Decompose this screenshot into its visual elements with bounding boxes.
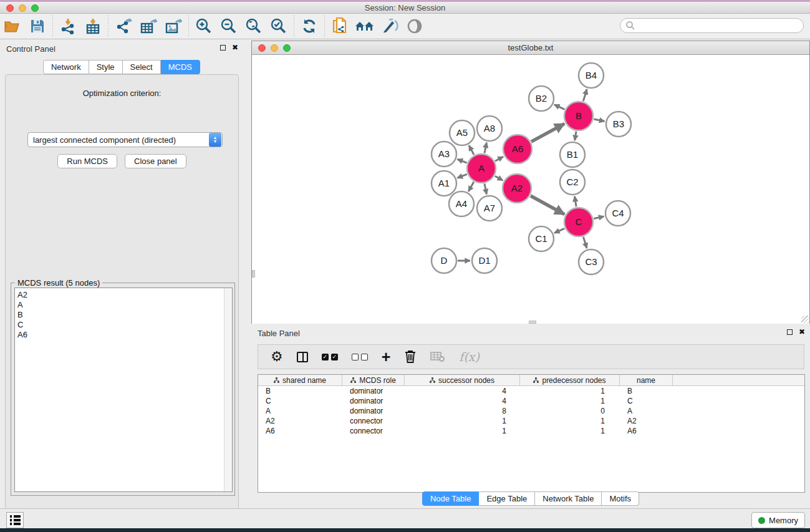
graph-edge-B-B2[interactable] (554, 105, 565, 110)
tab-network[interactable]: Network (43, 60, 89, 74)
graph-edge-B-B4[interactable] (583, 89, 587, 101)
table-row[interactable]: A6connector11A6 (258, 426, 804, 436)
graph-edge-A-A4[interactable] (468, 182, 474, 191)
float-panel-icon[interactable] (787, 329, 793, 335)
close-panel-icon[interactable]: ✖ (799, 329, 805, 335)
table-row[interactable]: Adominator80A (258, 406, 804, 416)
graph-node-label: A5 (456, 127, 468, 138)
column-header[interactable]: shared name (258, 375, 342, 385)
zoom-fit-button[interactable] (241, 15, 266, 37)
graph-edge-C-C3[interactable] (583, 237, 587, 248)
graph-node-label: A3 (438, 148, 450, 159)
graph-edge-A6-B[interactable] (531, 123, 564, 142)
criterion-select[interactable]: largest connected component (directed) ▲… (27, 132, 223, 147)
export-image-button[interactable] (161, 15, 186, 37)
mcds-result-list[interactable]: A2ABCA6 (14, 288, 233, 492)
graph-edge-C-C4[interactable] (594, 216, 604, 219)
show-graphics-eye-button[interactable] (402, 15, 427, 37)
float-panel-icon[interactable] (220, 45, 226, 51)
tab-node-table[interactable]: Node Table (422, 491, 480, 506)
control-panel-title: Control Panel (6, 44, 55, 54)
memory-button[interactable]: Memory (751, 512, 805, 528)
network-canvas[interactable]: AA1A2A3A4A5A6A7A8BB1B2B3B4CC1C2C3C4DD1 (252, 55, 809, 324)
refresh-layout-button[interactable] (297, 15, 322, 37)
table-row[interactable]: Cdominator41C (258, 396, 804, 406)
delete-table-icon (430, 348, 445, 365)
graph-edge-A-A5[interactable] (469, 145, 474, 155)
table-row[interactable]: Bdominator41B (258, 386, 804, 396)
zoom-in-button[interactable] (191, 15, 216, 37)
mcds-result-item[interactable]: B (17, 310, 224, 320)
graph-edge-C-C1[interactable] (554, 228, 564, 233)
graph-edge-A-A8[interactable] (485, 143, 486, 153)
mcds-result-item[interactable]: A2 (17, 290, 224, 300)
tab-style[interactable]: Style (89, 60, 123, 74)
graph-node-label: A4 (456, 198, 467, 209)
optimization-criterion-label: Optimization criterion: (6, 89, 238, 98)
tab-select[interactable]: Select (123, 60, 161, 74)
table-options-gear-icon[interactable]: ⚙ (271, 348, 283, 365)
clone-network-button[interactable] (327, 15, 352, 37)
graph-node-label: C4 (612, 208, 624, 218)
status-bar: Memory (0, 508, 810, 528)
export-network-button[interactable] (111, 15, 136, 37)
zoom-out-icon (220, 17, 238, 35)
mcds-tab-pane: Optimization criterion: largest connecte… (5, 74, 239, 532)
run-mcds-button[interactable]: Run MCDS (57, 154, 117, 168)
network-window: testGlobe.txt AA1A2A3A4A5A6A7A8BB1B2B3B4… (251, 41, 810, 324)
open-session-button[interactable] (0, 15, 25, 37)
main-window-titlebar: Session: New Session (0, 2, 810, 14)
network-resize-grip[interactable] (801, 316, 809, 323)
import-table-button[interactable] (80, 15, 105, 37)
save-floppy-icon (30, 19, 45, 34)
zoom-out-button[interactable] (216, 15, 241, 37)
tab-network-table[interactable]: Network Table (535, 491, 602, 506)
delete-column-trash-icon[interactable] (404, 348, 417, 365)
graph-edge-A-A7[interactable] (485, 183, 486, 194)
graph-edge-A-A2[interactable] (495, 176, 503, 180)
close-panel-icon[interactable]: ✖ (232, 44, 238, 51)
select-stepper-icon: ▲▼ (209, 133, 221, 147)
graph-edge-B-B1[interactable] (575, 132, 576, 141)
graph-edge-A-A6[interactable] (495, 157, 503, 161)
graph-edge-A-A3[interactable] (457, 159, 466, 163)
graph-node-label: C (576, 216, 582, 227)
column-header[interactable]: name (620, 375, 673, 385)
graph-edge-A-A1[interactable] (457, 174, 466, 178)
tab-edge-table[interactable]: Edge Table (479, 491, 535, 506)
column-header[interactable]: MCDS role (342, 375, 405, 385)
home-layout-button[interactable] (352, 15, 377, 37)
export-network-icon (115, 18, 132, 34)
graph-edge-B-B3[interactable] (594, 119, 604, 121)
deselect-all-columns-icon[interactable] (352, 348, 368, 365)
mcds-list-scrollbar[interactable] (224, 288, 232, 491)
import-network-button[interactable] (55, 15, 80, 37)
network-vscroll-thumb[interactable] (252, 270, 255, 278)
select-all-columns-icon[interactable]: ✓✓ (322, 348, 338, 365)
hide-graphics-details-button[interactable] (377, 15, 402, 37)
mcds-result-item[interactable]: C (17, 320, 224, 330)
close-panel-button[interactable]: Close panel (125, 154, 186, 168)
tab-motifs[interactable]: Motifs (602, 491, 639, 506)
graph-edge-C-C2[interactable] (575, 196, 577, 207)
tab-mcds[interactable]: MCDS (161, 60, 200, 74)
graph-edge-A2-C[interactable] (531, 196, 564, 215)
column-header[interactable]: predecessor nodes (520, 375, 620, 385)
table-cell: dominator (342, 406, 405, 416)
zoom-selected-button[interactable] (266, 15, 291, 37)
mcds-result-item[interactable]: A6 (17, 330, 224, 340)
task-history-button[interactable] (6, 512, 24, 528)
table-cell: 1 (405, 416, 520, 426)
save-session-button[interactable] (25, 15, 50, 37)
column-label: name (637, 376, 655, 385)
desktop-strip-bottom (0, 528, 810, 532)
export-table-button[interactable] (136, 15, 161, 37)
show-columns-icon[interactable] (297, 348, 308, 365)
table-cell: 1 (520, 396, 620, 406)
table-row[interactable]: A2connector11A2 (258, 416, 804, 426)
column-header[interactable]: successor nodes (405, 375, 520, 385)
column-label: shared name (282, 376, 326, 385)
mcds-result-item[interactable]: A (17, 300, 224, 310)
search-input[interactable] (620, 18, 804, 33)
add-column-icon[interactable]: + (382, 348, 391, 365)
